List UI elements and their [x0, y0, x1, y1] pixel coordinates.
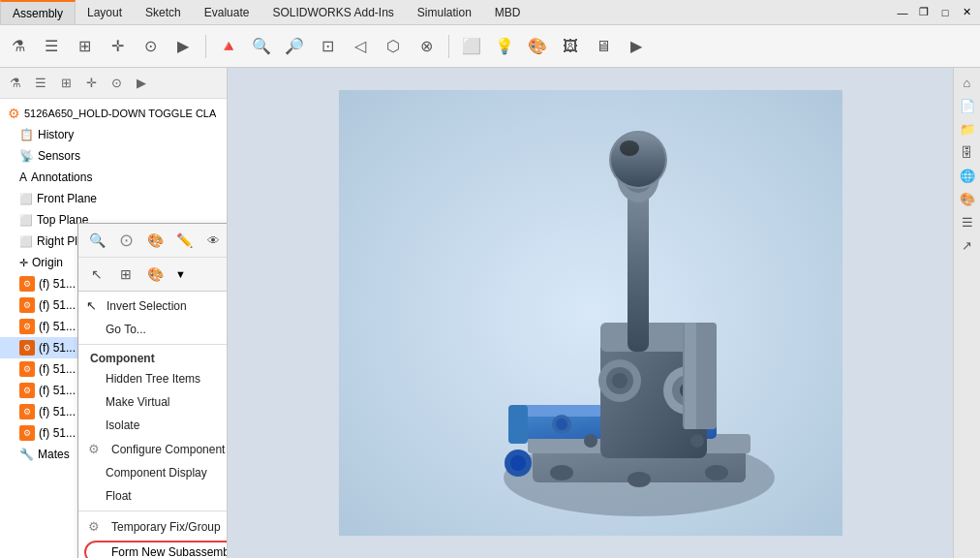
ctx-circle-btn[interactable]: ⊙ — [113, 228, 138, 253]
rp-folder-btn[interactable]: 📁 — [957, 118, 978, 140]
tree-more[interactable]: ▶ — [130, 72, 153, 95]
component-button[interactable]: ⊞ — [70, 32, 99, 61]
root-label: 5126A650_HOLD-DOWN TOGGLE CLA — [24, 108, 216, 119]
color-button[interactable]: 🎨 — [523, 32, 552, 61]
tab-layout[interactable]: Layout — [76, 0, 134, 24]
mates-icon: 🔧 — [19, 448, 34, 461]
ctx-component-label: Component — [78, 348, 228, 367]
toolbar-divider-2 — [448, 35, 449, 58]
tab-assembly[interactable]: Assembly — [0, 0, 76, 24]
prev-view[interactable]: ◁ — [346, 32, 375, 61]
form-subassembly-highlight[interactable]: Form New Subassembly — [84, 541, 228, 558]
context-menu: 🔍 ⊙ 🎨 ✏️ 👁 📷 ⊞ 🎨 ↖ ⊞ 🎨 ▼ — [77, 223, 228, 558]
crosshair-button[interactable]: ✛ — [103, 32, 132, 61]
3d-view-button[interactable]: ⬡ — [379, 32, 408, 61]
minimize-button[interactable]: — — [893, 4, 912, 21]
comp-icon-3: ⚙ — [19, 319, 35, 334]
section-view[interactable]: ⊗ — [412, 32, 441, 61]
tab-solidworks-addins[interactable]: SOLIDWORKS Add-Ins — [260, 0, 405, 24]
view-orient-button[interactable]: 🔺 — [214, 32, 243, 61]
configure-label: Configure Component — [111, 443, 225, 456]
svg-rect-22 — [628, 177, 649, 352]
zoom-sheet[interactable]: ⊡ — [313, 32, 342, 61]
ctx-pencil-btn[interactable]: ✏️ — [171, 228, 197, 253]
scene-button[interactable]: 🖼 — [556, 32, 585, 61]
rp-arrow-btn[interactable]: ↗ — [957, 234, 978, 256]
isolate-label: Isolate — [106, 418, 139, 432]
annotations-label: Annotations — [31, 170, 92, 184]
ctx-form-subassembly[interactable]: Form New Subassembly — [78, 541, 228, 558]
rp-db-btn[interactable]: 🗄 — [957, 141, 978, 163]
list-view-button[interactable]: ☰ — [37, 32, 66, 61]
tree-view3[interactable]: ✛ — [79, 72, 103, 95]
rp-doc-btn[interactable]: 📄 — [957, 95, 978, 116]
more-view[interactable]: ▶ — [622, 32, 651, 61]
monitor-button[interactable]: 🖥 — [589, 32, 618, 61]
rp-palette-btn[interactable]: 🎨 — [957, 188, 978, 209]
invert-label: Invert Selection — [107, 299, 187, 313]
zoom-area[interactable]: 🔎 — [280, 32, 309, 61]
ctx-box2-btn[interactable]: ⊞ — [113, 262, 138, 287]
history-icon: 📋 — [19, 128, 34, 141]
tree-root[interactable]: ⚙ 5126A650_HOLD-DOWN TOGGLE CLA — [0, 103, 227, 124]
model-svg — [339, 90, 842, 536]
right-plane-icon: ⬜ — [19, 235, 33, 248]
ctx-component-display[interactable]: Component Display ▶ — [78, 461, 228, 484]
tree-item-history[interactable]: 📋 History — [0, 124, 227, 145]
window-controls: — ❐ □ ✕ — [893, 4, 980, 21]
rp-lines-btn[interactable]: ☰ — [957, 211, 978, 232]
svg-point-4 — [550, 465, 573, 480]
ctx-eye-btn[interactable]: 👁 — [200, 228, 226, 253]
tab-sketch[interactable]: Sketch — [134, 0, 193, 24]
history-label: History — [38, 128, 74, 141]
ctx-make-virtual[interactable]: Make Virtual — [78, 390, 228, 414]
tree-view2[interactable]: ⊞ — [54, 72, 77, 95]
tab-simulation[interactable]: Simulation — [406, 0, 483, 24]
tree-toolbar: ⚗ ☰ ⊞ ✛ ⊙ ▶ — [0, 68, 227, 99]
filter-tree-button[interactable]: ⚗ — [4, 72, 27, 95]
display-button[interactable]: ⊙ — [136, 32, 165, 61]
display-style[interactable]: ⬜ — [457, 32, 486, 61]
ctx-cursor-btn[interactable]: ↖ — [84, 262, 109, 287]
close-button[interactable]: ✕ — [957, 4, 976, 21]
ctx-search-btn[interactable]: 🔍 — [84, 228, 109, 253]
ctx-temporary-fix[interactable]: ⚙ Temporary Fix/Group — [78, 514, 228, 539]
comp-5-label: (f) 51... — [39, 362, 76, 376]
more-button[interactable]: ▶ — [168, 32, 198, 61]
rp-home-btn[interactable]: ⌂ — [957, 72, 978, 93]
restore-button[interactable]: ❐ — [914, 4, 934, 21]
temp-fix-label: Temporary Fix/Group — [111, 520, 221, 534]
filter-button[interactable]: ⚗ — [4, 32, 33, 61]
form-subassembly-label: Form New Subassembly — [111, 545, 228, 558]
lighting-button[interactable]: 💡 — [490, 32, 519, 61]
tree-item-front-plane[interactable]: ⬜ Front Plane — [0, 188, 227, 209]
main-area: ⚗ ☰ ⊞ ✛ ⊙ ▶ ⚙ 5126A650_HOLD-DOWN TOGGLE … — [0, 68, 980, 558]
svg-rect-29 — [685, 323, 696, 429]
tab-mbd[interactable]: MBD — [483, 0, 533, 24]
ctx-isolate[interactable]: Isolate — [78, 414, 228, 437]
ctx-paint-btn[interactable]: 🎨 — [142, 228, 168, 253]
color-dropdown[interactable]: ▼ — [175, 268, 186, 280]
tree-item-sensors[interactable]: 📡 Sensors — [0, 145, 227, 167]
ctx-configure-component[interactable]: ⚙ Configure Component — [78, 437, 228, 461]
rp-globe-btn[interactable]: 🌐 — [957, 165, 978, 186]
tab-evaluate[interactable]: Evaluate — [193, 0, 261, 24]
ctx-go-to[interactable]: Go To... — [78, 318, 228, 341]
zoom-to-fit[interactable]: 🔍 — [247, 32, 276, 61]
ctx-color3-btn[interactable]: 🎨 — [142, 262, 168, 287]
feature-tree-panel: ⚗ ☰ ⊞ ✛ ⊙ ▶ ⚙ 5126A650_HOLD-DOWN TOGGLE … — [0, 68, 228, 558]
comp-2-label: (f) 51... — [39, 298, 76, 312]
front-plane-icon: ⬜ — [19, 193, 33, 205]
tree-item-annotations[interactable]: A Annotations — [0, 167, 227, 188]
ctx-hidden-tree[interactable]: Hidden Tree Items ▶ — [78, 367, 228, 390]
sensors-label: Sensors — [38, 149, 80, 163]
ctx-invert-selection[interactable]: ↖ Invert Selection — [78, 294, 228, 318]
maximize-button[interactable]: □ — [935, 4, 955, 21]
tree-display[interactable]: ⊙ — [105, 72, 128, 95]
ctx-float[interactable]: Float — [78, 484, 228, 508]
tree-view1[interactable]: ☰ — [29, 72, 52, 95]
viewport[interactable] — [228, 68, 953, 558]
svg-point-26 — [611, 133, 665, 187]
temp-fix-icon: ⚙ — [88, 519, 100, 534]
context-toolbar-1: 🔍 ⊙ 🎨 ✏️ 👁 📷 ⊞ 🎨 — [78, 224, 228, 258]
